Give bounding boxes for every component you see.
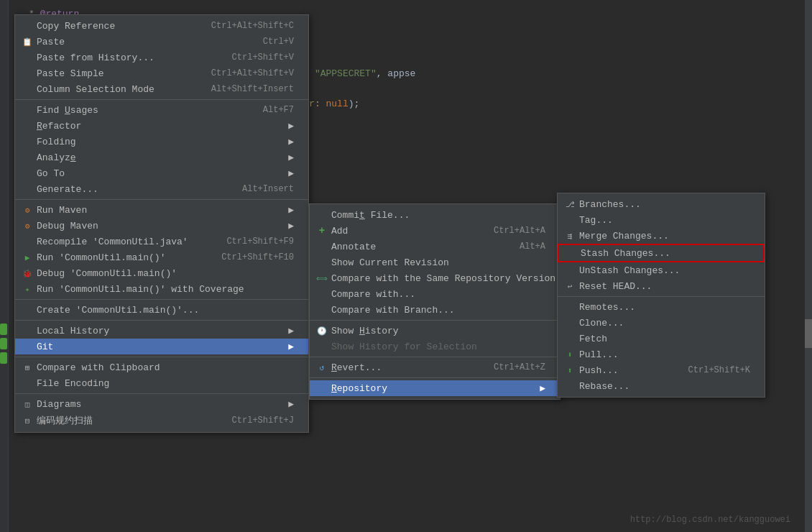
menu-item-compare-same[interactable]: ⟺ Compare with the Same Repository Versi… <box>310 270 560 286</box>
menu-item-revert[interactable]: ↺ Revert... Ctrl+Alt+Z <box>310 359 560 375</box>
menu-item-refactor[interactable]: Refactor ▶ <box>15 118 308 134</box>
scrollbar-thumb[interactable] <box>805 319 812 348</box>
revert-icon: ↺ <box>315 362 328 373</box>
empty-icon <box>21 377 34 389</box>
submenu-arrow: ▶ <box>281 325 294 336</box>
menu-item-diagrams[interactable]: ◫ Diagrams ▶ <box>15 396 308 412</box>
menu-item-debug-maven[interactable]: ⚙ Debug Maven ▶ <box>15 218 308 234</box>
maven-run-icon: ⚙ <box>21 204 34 216</box>
menu-item-merge-changes[interactable]: ⇶ Merge Changes... <box>558 228 765 244</box>
menu-item-fetch[interactable]: Fetch <box>558 331 765 347</box>
empty-icon <box>563 380 576 392</box>
menu-item-unstash-changes[interactable]: UnStash Changes... <box>558 262 765 278</box>
menu-item-file-encoding[interactable]: File Encoding <box>15 375 308 391</box>
empty-icon <box>21 136 34 147</box>
menu-item-compare-clipboard[interactable]: ⊞ Compare with Clipboard <box>15 359 308 375</box>
menu-item-add[interactable]: + Add Ctrl+Alt+A <box>310 223 560 239</box>
empty-icon <box>563 214 576 226</box>
menu-item-run-coverage[interactable]: ✦ Run 'CommonUtil.main()' with Coverage <box>15 281 308 297</box>
menu-item-branches[interactable]: ⎇ Branches... <box>558 196 765 212</box>
empty-icon <box>565 247 578 259</box>
menu-item-remotes[interactable]: Remotes... <box>558 299 765 315</box>
code-icon: ⊟ <box>21 415 34 426</box>
empty-icon <box>21 68 34 79</box>
menu-item-paste-simple[interactable]: Paste Simple Ctrl+Alt+Shift+V <box>15 65 308 81</box>
menu-item-paste-history[interactable]: Paste from History... Ctrl+Shift+V <box>15 50 308 65</box>
menu-item-compare-branch[interactable]: Compare with Branch... <box>310 302 560 318</box>
menu-item-copy-reference[interactable]: Copy Reference Ctrl+Alt+Shift+C <box>15 18 308 34</box>
menu-item-push[interactable]: ⬆ Push... Ctrl+Shift+K <box>558 362 765 378</box>
submenu-arrow: ▶ <box>281 120 294 132</box>
menu-item-run[interactable]: ▶ Run 'CommonUtil.main()' Ctrl+Shift+F10 <box>15 249 308 265</box>
empty-icon <box>315 209 328 221</box>
empty-icon <box>315 382 328 394</box>
menu-item-find-usages[interactable]: Find Usages Alt+F7 <box>15 102 308 118</box>
reset-icon: ↩ <box>563 280 576 292</box>
menu-item-show-history-selection: Show History for Selection <box>310 339 560 354</box>
submenu-arrow: ▶ <box>281 152 294 163</box>
menu-item-compare-with[interactable]: Compare with... <box>310 286 560 302</box>
submenu-arrow: ▶ <box>532 382 545 394</box>
watermark: http://blog.csdn.net/kangguowei <box>630 515 790 525</box>
menu-item-reset-head[interactable]: ↩ Reset HEAD... <box>558 278 765 294</box>
menu-item-run-maven[interactable]: ⚙ Run Maven ▶ <box>15 202 308 218</box>
menu-item-goto[interactable]: Go To ▶ <box>15 165 308 181</box>
maven-debug-icon: ⚙ <box>21 220 34 231</box>
menu-item-commit-file[interactable]: Commit File... <box>310 207 560 223</box>
add-icon: + <box>315 225 328 237</box>
menu-item-local-history[interactable]: Local History ▶ <box>15 323 308 339</box>
empty-icon <box>21 236 34 247</box>
menu-item-show-revision[interactable]: Show Current Revision <box>310 254 560 270</box>
empty-icon <box>563 265 576 276</box>
menu-item-clone[interactable]: Clone... <box>558 315 765 331</box>
branches-icon: ⎇ <box>563 198 576 210</box>
history-icon: 🕐 <box>315 325 328 336</box>
coverage-icon: ✦ <box>21 283 34 295</box>
menu-item-repository[interactable]: Repository ▶ <box>310 380 560 396</box>
menu-item-analyze[interactable]: Analyze ▶ <box>15 150 308 165</box>
menu-item-debug[interactable]: 🐞 Debug 'CommonUtil.main()' <box>15 265 308 281</box>
empty-icon <box>21 83 34 95</box>
empty-icon <box>315 341 328 352</box>
menu-item-recompile[interactable]: Recompile 'CommonUtil.java' Ctrl+Shift+F… <box>15 234 308 249</box>
empty-icon <box>563 301 576 313</box>
menu-item-rebase[interactable]: Rebase... <box>558 378 765 394</box>
submenu-arrow: ▶ <box>281 341 294 352</box>
empty-icon <box>315 241 328 252</box>
empty-icon <box>21 168 34 179</box>
run-icon: ▶ <box>21 252 34 263</box>
menu-item-column-selection[interactable]: Column Selection Mode Alt+Shift+Insert <box>15 81 308 97</box>
menu-item-paste[interactable]: 📋 Paste Ctrl+V <box>15 34 308 50</box>
empty-icon <box>563 333 576 344</box>
menu-item-code-style[interactable]: ⊟ 编码规约扫描 Ctrl+Shift+J <box>15 412 308 429</box>
empty-icon <box>563 317 576 329</box>
menu-item-create[interactable]: Create 'CommonUtil.main()'... <box>15 302 308 318</box>
editor-gutter <box>0 0 9 532</box>
menu-item-annotate[interactable]: Annotate Alt+A <box>310 239 560 254</box>
menu-item-generate[interactable]: Generate... Alt+Insert <box>15 181 308 197</box>
menu-item-show-history[interactable]: 🕐 Show History <box>310 323 560 339</box>
compare-icon: ⊞ <box>21 362 34 373</box>
empty-icon <box>315 257 328 268</box>
empty-icon <box>21 52 34 63</box>
submenu-arrow: ▶ <box>281 220 294 231</box>
menu-item-git[interactable]: Git ▶ <box>15 339 308 354</box>
context-menu-repository: ⎇ Branches... Tag... ⇶ Merge Changes... … <box>557 193 765 398</box>
merge-icon: ⇶ <box>563 230 576 242</box>
submenu-arrow: ▶ <box>281 136 294 147</box>
empty-icon <box>21 341 34 352</box>
empty-icon <box>21 325 34 336</box>
scrollbar[interactable] <box>805 0 812 532</box>
empty-icon <box>21 183 34 195</box>
submenu-arrow: ▶ <box>281 204 294 216</box>
paste-icon: 📋 <box>21 36 34 47</box>
menu-item-folding[interactable]: Folding ▶ <box>15 134 308 150</box>
empty-icon <box>21 152 34 163</box>
menu-item-pull[interactable]: ⬇ Pull... <box>558 347 765 362</box>
push-icon: ⬆ <box>563 364 576 376</box>
menu-item-stash-changes[interactable]: Stash Changes... <box>558 244 765 262</box>
diagrams-icon: ◫ <box>21 398 34 410</box>
menu-item-tag[interactable]: Tag... <box>558 212 765 228</box>
debug-icon: 🐞 <box>21 267 34 279</box>
empty-icon <box>21 120 34 132</box>
